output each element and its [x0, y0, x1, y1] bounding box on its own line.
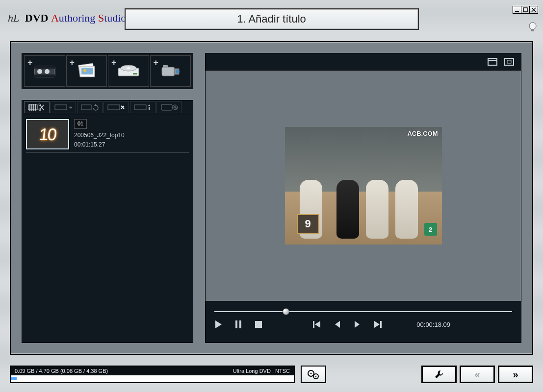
seek-slider[interactable] — [214, 307, 512, 316]
film-reel-icon — [32, 61, 57, 81]
step-back-button[interactable] — [334, 320, 341, 328]
film-refresh-icon — [81, 103, 99, 111]
stop-icon — [255, 320, 262, 328]
svg-rect-42 — [505, 58, 514, 65]
windowed-preview-button[interactable] — [488, 58, 497, 66]
svg-marker-50 — [335, 321, 340, 328]
svg-rect-40 — [488, 58, 497, 65]
svg-point-17 — [127, 67, 130, 69]
step-back-icon — [334, 320, 341, 328]
step-title: 1. Añadir título — [237, 13, 306, 25]
clip-delete-button[interactable] — [103, 101, 129, 113]
svg-marker-52 — [374, 321, 380, 328]
svg-rect-38 — [161, 104, 172, 110]
svg-rect-47 — [255, 321, 262, 328]
clip-list: 10 01 200506_J22_top10 00:01:15.27 — [22, 115, 193, 343]
fullscreen-icon — [504, 58, 514, 66]
app-logo: hL DVD Authoring Studio 2.0 — [8, 12, 142, 24]
preview-header — [205, 53, 521, 71]
add-from-camera-button[interactable]: + — [150, 55, 191, 87]
minimize-button[interactable] — [513, 6, 521, 14]
step-forward-button[interactable] — [354, 320, 361, 328]
svg-point-9 — [37, 69, 42, 74]
add-from-drive-button[interactable]: + — [108, 55, 149, 87]
pause-button[interactable] — [235, 320, 242, 329]
svg-point-21 — [176, 70, 180, 74]
preview-stage: 9 2 ACB.COM — [205, 71, 521, 301]
play-button[interactable] — [214, 320, 222, 329]
gears-icon — [307, 369, 320, 379]
wrench-icon — [434, 369, 444, 379]
svg-rect-27 — [35, 104, 36, 111]
aperture-icon — [160, 103, 178, 111]
photo-stack-icon — [74, 61, 99, 81]
svg-rect-18 — [133, 73, 137, 74]
skip-start-icon — [312, 320, 321, 328]
clip-cut-button[interactable] — [24, 101, 50, 113]
svg-marker-33 — [94, 104, 97, 106]
svg-rect-19 — [162, 67, 175, 76]
prev-step-button[interactable]: « — [460, 366, 495, 383]
add-video-file-button[interactable]: + — [24, 55, 65, 87]
svg-marker-44 — [215, 320, 222, 328]
video-watermark: ACB.COM — [407, 130, 438, 137]
svg-rect-25 — [31, 104, 32, 111]
stop-button[interactable] — [255, 320, 262, 329]
clip-thumbnail[interactable]: 10 — [26, 119, 69, 149]
disc-drive-icon — [115, 61, 142, 81]
clip-index-badge: 01 — [74, 119, 87, 129]
svg-point-57 — [315, 376, 316, 377]
scissors-icon — [28, 103, 46, 111]
capacity-text: 0.09 GB / 4.70 GB (0.08 GB / 4.38 GB) — [15, 368, 108, 374]
skip-end-button[interactable] — [373, 320, 382, 328]
svg-rect-1 — [523, 8, 527, 12]
svg-rect-22 — [163, 65, 168, 68]
settings-button[interactable] — [301, 366, 326, 383]
svg-rect-30 — [55, 105, 67, 110]
svg-marker-49 — [315, 321, 320, 328]
svg-point-4 — [529, 23, 536, 29]
svg-rect-26 — [33, 104, 34, 111]
video-preview[interactable]: 9 2 ACB.COM — [285, 127, 442, 245]
capacity-progress — [11, 375, 294, 382]
close-button[interactable] — [529, 6, 538, 14]
film-info-icon — [134, 103, 152, 111]
camcorder-icon — [158, 61, 182, 81]
svg-rect-5 — [531, 29, 534, 31]
clip-item[interactable]: 10 01 200506_J22_top10 00:01:15.27 — [26, 119, 189, 153]
clip-add-button[interactable]: + — [51, 101, 76, 113]
film-plus-icon: + — [54, 103, 72, 111]
svg-point-10 — [45, 69, 50, 74]
svg-rect-48 — [313, 321, 314, 328]
skip-start-button[interactable] — [312, 320, 321, 328]
svg-point-55 — [310, 373, 312, 374]
hint-bulb-icon[interactable] — [528, 22, 537, 33]
clip-effects-button[interactable] — [156, 101, 182, 113]
clip-refresh-button[interactable] — [77, 101, 103, 113]
svg-rect-46 — [239, 320, 241, 328]
clip-info-button[interactable] — [130, 101, 155, 113]
play-icon — [214, 320, 222, 329]
channel-badge: 2 — [424, 223, 437, 236]
add-image-file-button[interactable]: + — [66, 55, 107, 87]
disc-capacity-panel: 0.09 GB / 4.70 GB (0.08 GB / 4.38 GB) Ul… — [10, 366, 295, 383]
svg-rect-37 — [149, 107, 150, 110]
step-forward-icon — [354, 320, 361, 328]
next-step-button[interactable]: » — [498, 366, 533, 383]
svg-rect-13 — [81, 68, 93, 74]
svg-rect-45 — [235, 320, 237, 328]
tools-button[interactable] — [421, 366, 457, 383]
clip-duration: 00:01:15.27 — [74, 141, 105, 148]
seek-knob[interactable] — [283, 308, 289, 315]
transport-bar: 00:00:18.09 — [205, 301, 521, 343]
import-toolbar: + + + — [22, 53, 193, 89]
playback-timecode: 00:00:18.09 — [416, 321, 450, 328]
fullscreen-preview-button[interactable] — [504, 58, 514, 66]
svg-text:+: + — [69, 104, 72, 111]
maximize-button[interactable] — [521, 6, 530, 14]
svg-rect-34 — [108, 105, 120, 110]
disc-format-text: Ultra Long DVD , NTSC — [233, 368, 290, 374]
rank-overlay: 9 — [297, 214, 319, 234]
svg-rect-32 — [81, 105, 91, 110]
clip-toolbar: + — [22, 100, 193, 115]
